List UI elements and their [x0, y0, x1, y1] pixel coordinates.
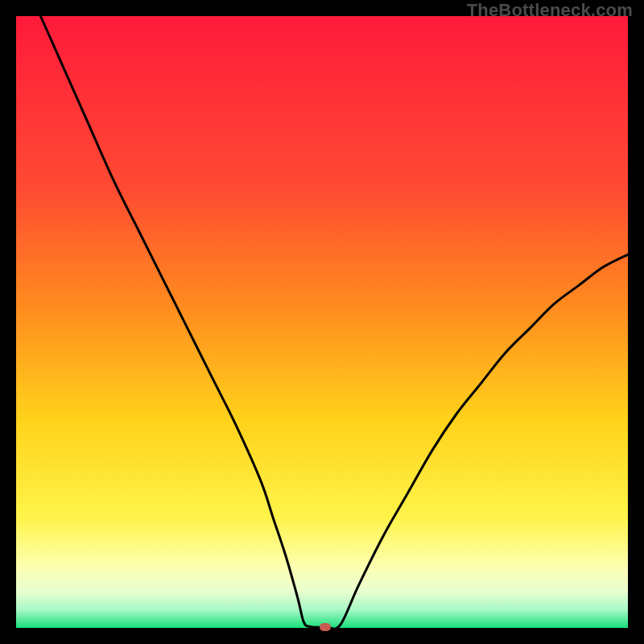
- plot-area: [16, 16, 628, 628]
- bottleneck-curve: [16, 16, 628, 628]
- chart-frame: TheBottleneck.com: [0, 0, 644, 644]
- selected-point-marker: [320, 623, 331, 631]
